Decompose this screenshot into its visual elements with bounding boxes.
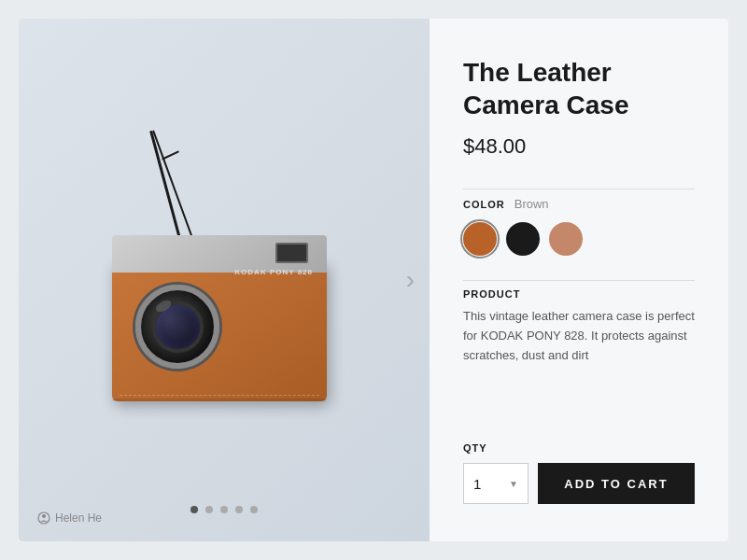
dot-1[interactable] <box>190 506 198 513</box>
product-description: This vintage leather camera case is perf… <box>463 307 695 365</box>
product-card: KODAK PONY 828 › <box>19 19 728 541</box>
attribution-icon <box>37 511 50 525</box>
product-title: The Leather Camera Case <box>463 56 695 121</box>
camera-body: KODAK PONY 828 <box>112 261 327 401</box>
swatch-tan[interactable] <box>549 222 583 256</box>
attribution-name: Helen He <box>55 511 102 525</box>
dot-5[interactable] <box>250 506 258 513</box>
details-panel: The Leather Camera Case $48.00 COLOR Bro… <box>430 19 728 541</box>
color-swatches <box>463 222 695 256</box>
next-image-arrow[interactable]: › <box>406 265 415 295</box>
viewfinder <box>275 243 308 263</box>
dot-2[interactable] <box>205 506 213 513</box>
qty-chevron-icon: ▼ <box>509 479 518 489</box>
divider-2 <box>463 280 695 281</box>
color-label: COLOR <box>463 199 505 210</box>
swatch-brown[interactable] <box>463 222 497 256</box>
dot-4[interactable] <box>235 506 243 513</box>
camera-top: KODAK PONY 828 <box>112 235 327 273</box>
color-section: COLOR Brown <box>463 197 695 256</box>
camera-illustration: KODAK PONY 828 <box>93 131 355 429</box>
qty-cart-row: 1 ▼ ADD TO CART <box>463 463 695 504</box>
leather-line <box>112 399 327 401</box>
swatch-black[interactable] <box>506 222 540 256</box>
product-price: $48.00 <box>463 134 695 159</box>
leather-stitching <box>120 395 319 396</box>
svg-point-1 <box>42 514 46 518</box>
product-section-label: PRODUCT <box>463 288 695 300</box>
qty-cart-section: QTY 1 ▼ ADD TO CART <box>463 431 695 504</box>
photo-attribution: Helen He <box>37 511 102 525</box>
image-panel: KODAK PONY 828 › <box>19 19 430 541</box>
camera-brand-label: KODAK PONY 828 <box>234 268 313 276</box>
dot-3[interactable] <box>220 506 228 513</box>
add-to-cart-button[interactable]: ADD TO CART <box>538 463 695 504</box>
qty-value: 1 <box>473 476 481 492</box>
selected-color-name: Brown <box>514 197 549 211</box>
qty-select[interactable]: 1 ▼ <box>463 463 529 504</box>
divider-1 <box>463 189 695 189</box>
image-dots <box>190 506 258 513</box>
product-section: PRODUCT This vintage leather camera case… <box>463 288 695 365</box>
qty-label: QTY <box>463 442 695 454</box>
camera-lens <box>135 285 219 369</box>
